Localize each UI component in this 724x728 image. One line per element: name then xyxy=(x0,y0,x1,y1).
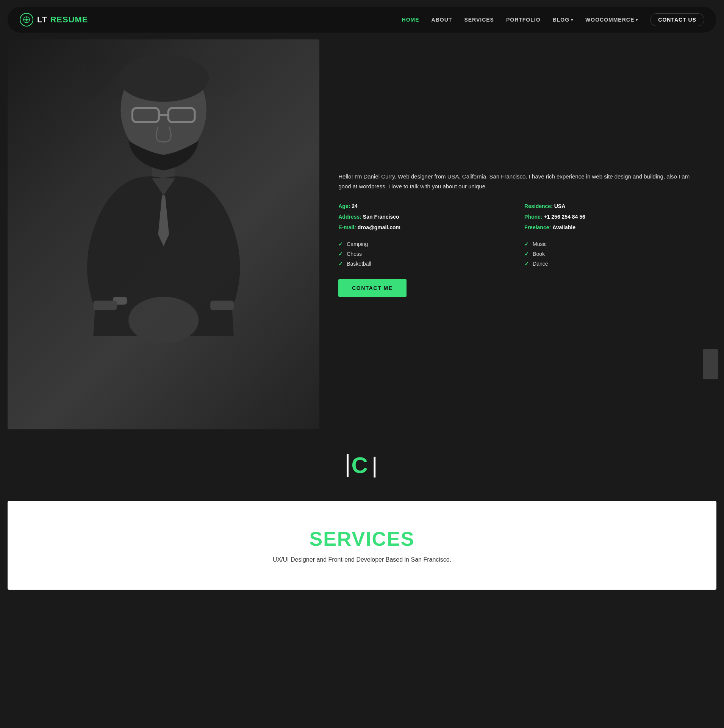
svg-point-12 xyxy=(128,297,199,343)
hero-image-container xyxy=(8,39,319,429)
services-section: SERVICES UX/UI Designer and Front-end De… xyxy=(8,501,716,590)
brand-lt: LT xyxy=(37,15,47,24)
address-label: Address: xyxy=(338,214,361,220)
nav-link-about[interactable]: ABOUT xyxy=(432,17,452,23)
info-email: E-mail: droa@gmail.com xyxy=(338,224,515,230)
brand-text: LT RESUME xyxy=(37,15,88,25)
freelance-label: Freelance: xyxy=(524,224,551,230)
check-icon-basketball: ✓ xyxy=(338,261,343,267)
check-icon-music: ✓ xyxy=(524,241,529,247)
brand-logo[interactable]: LT RESUME xyxy=(20,13,88,27)
email-label: E-mail: xyxy=(338,224,356,230)
person-silhouette xyxy=(47,39,280,429)
contact-me-button[interactable]: CONTACT ME xyxy=(338,279,406,297)
hero-content: Hello! I'm Daniel Curry. Web designer fr… xyxy=(319,39,716,429)
nav-link-home[interactable]: HOME xyxy=(402,17,419,23)
typing-section: C | xyxy=(0,429,724,501)
nav-item-contact[interactable]: CONTACT US xyxy=(650,16,704,23)
svg-rect-15 xyxy=(210,301,234,310)
residence-value: USA xyxy=(554,203,566,209)
hobby-basketball-label: Basketball xyxy=(347,261,371,267)
address-value: San Francisco xyxy=(363,214,399,220)
brand-icon xyxy=(20,13,33,27)
hobby-dance-label: Dance xyxy=(533,261,548,267)
hobbies-grid: ✓ Camping ✓ Music ✓ Chess ✓ Book ✓ Baske… xyxy=(338,241,701,267)
navbar: LT RESUME HOME ABOUT SERVICES PORTFOLIO … xyxy=(8,7,716,33)
check-icon-chess: ✓ xyxy=(338,251,343,257)
nav-item-home[interactable]: HOME xyxy=(402,16,419,23)
phone-label: Phone: xyxy=(524,214,542,220)
typing-display: C | xyxy=(347,452,378,478)
hobby-basketball: ✓ Basketball xyxy=(338,261,515,267)
nav-item-blog[interactable]: BLOG ▾ xyxy=(553,17,573,23)
age-label: Age: xyxy=(338,203,350,209)
nav-link-services[interactable]: SERVICES xyxy=(464,17,494,23)
info-address: Address: San Francisco xyxy=(338,214,515,220)
nav-link-blog[interactable]: BLOG ▾ xyxy=(553,17,573,23)
nav-item-woocommerce[interactable]: WOOCOMMERCE ▾ xyxy=(585,17,638,23)
blog-dropdown-arrow: ▾ xyxy=(571,18,573,22)
freelance-value: Available xyxy=(552,224,575,230)
check-icon-book: ✓ xyxy=(524,251,529,257)
email-value: droa@gmail.com xyxy=(358,224,400,230)
nav-links: HOME ABOUT SERVICES PORTFOLIO BLOG ▾ WOO… xyxy=(402,16,704,23)
typing-cursor: | xyxy=(372,452,378,478)
typing-bar xyxy=(347,454,349,477)
nav-link-contact[interactable]: CONTACT US xyxy=(650,13,704,26)
hobby-book-label: Book xyxy=(533,251,545,257)
hobby-music-label: Music xyxy=(533,241,547,247)
woo-dropdown-arrow: ▾ xyxy=(636,18,638,22)
brand-resume: RESUME xyxy=(50,15,88,24)
check-icon-camping: ✓ xyxy=(338,241,343,247)
svg-rect-14 xyxy=(93,301,117,310)
svg-point-1 xyxy=(25,19,28,21)
nav-item-about[interactable]: ABOUT xyxy=(432,16,452,23)
hero-bio: Hello! I'm Daniel Curry. Web designer fr… xyxy=(338,172,701,191)
hobby-chess: ✓ Chess xyxy=(338,251,515,257)
phone-value: +1 256 254 84 56 xyxy=(544,214,585,220)
nav-item-portfolio[interactable]: PORTFOLIO xyxy=(506,16,541,23)
info-phone: Phone: +1 256 254 84 56 xyxy=(524,214,701,220)
info-freelance: Freelance: Available xyxy=(524,224,701,230)
hero-section: Hello! I'm Daniel Curry. Web designer fr… xyxy=(8,39,716,429)
services-title: SERVICES xyxy=(23,528,701,550)
hobby-dance: ✓ Dance xyxy=(524,261,701,267)
nav-link-portfolio[interactable]: PORTFOLIO xyxy=(506,17,541,23)
hobby-chess-label: Chess xyxy=(347,251,362,257)
nav-link-woocommerce[interactable]: WOOCOMMERCE ▾ xyxy=(585,17,638,23)
typing-text: C xyxy=(352,452,369,478)
info-age: Age: 24 xyxy=(338,203,515,209)
hobby-camping-label: Camping xyxy=(347,241,368,247)
info-grid: Age: 24 Residence: USA Address: San Fran… xyxy=(338,203,701,230)
hobby-music: ✓ Music xyxy=(524,241,701,247)
svg-point-7 xyxy=(118,55,209,102)
hobby-camping: ✓ Camping xyxy=(338,241,515,247)
nav-item-services[interactable]: SERVICES xyxy=(464,16,494,23)
hero-photo xyxy=(8,39,319,429)
hobby-book: ✓ Book xyxy=(524,251,701,257)
age-value: 24 xyxy=(352,203,358,209)
residence-label: Residence: xyxy=(524,203,553,209)
check-icon-dance: ✓ xyxy=(524,261,529,267)
info-residence: Residence: USA xyxy=(524,203,701,209)
scroll-indicator[interactable] xyxy=(703,349,718,379)
services-subtitle: UX/UI Designer and Front-end Developer B… xyxy=(23,556,701,563)
